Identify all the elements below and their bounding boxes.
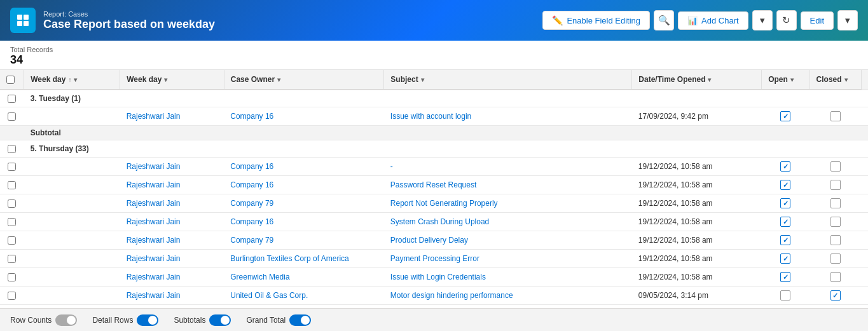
owner-link[interactable]: Rajeshwari Jain xyxy=(127,236,181,245)
row-checkbox[interactable] xyxy=(8,273,16,281)
row-checkbox[interactable] xyxy=(8,255,16,263)
col-header-account: Case Owner ▾ xyxy=(224,70,384,90)
closed-checkbox[interactable] xyxy=(830,272,841,282)
account-link[interactable]: Company 79 xyxy=(230,236,273,245)
subject-link[interactable]: Product Delivery Delay xyxy=(390,236,468,245)
row-checkbox-cell[interactable] xyxy=(0,213,24,231)
closed-filter-icon[interactable]: ▾ xyxy=(844,76,848,83)
account-link[interactable]: Company 16 xyxy=(230,180,273,189)
row-checkbox[interactable] xyxy=(8,181,16,189)
row-checkbox[interactable] xyxy=(8,163,16,171)
subject-link[interactable]: System Crash During Upload xyxy=(390,217,489,226)
subject-filter-icon[interactable]: ▾ xyxy=(421,76,424,83)
subject-link[interactable]: Motor design hindering performance xyxy=(390,291,513,300)
grand-total-toggle[interactable] xyxy=(289,314,311,326)
cell-closed xyxy=(809,287,862,305)
account-link[interactable]: Greenwich Media xyxy=(230,273,289,281)
row-checkbox-cell[interactable] xyxy=(0,194,24,213)
row-checkbox-cell[interactable] xyxy=(0,268,24,287)
row-checkbox[interactable] xyxy=(8,236,16,245)
closed-checkbox[interactable] xyxy=(830,111,841,121)
cell-open xyxy=(762,176,809,194)
row-checkbox-cell[interactable] xyxy=(0,158,24,176)
closed-checkbox[interactable] xyxy=(830,253,841,264)
filter-button[interactable]: ▾ xyxy=(752,10,773,30)
table-row: Rajeshwari Jain Company 16 - 19/12/2024,… xyxy=(0,158,868,176)
group-checkbox-cell[interactable] xyxy=(0,90,24,107)
more-actions-button[interactable]: ▾ xyxy=(837,10,858,30)
closed-checkbox[interactable] xyxy=(830,161,841,172)
datetime-filter-icon[interactable]: ▾ xyxy=(708,76,711,83)
account-link[interactable]: Company 16 xyxy=(230,217,273,226)
cell-open xyxy=(762,213,809,231)
open-checkbox[interactable] xyxy=(780,180,790,190)
account-filter-icon[interactable]: ▾ xyxy=(277,76,280,83)
row-checkbox[interactable] xyxy=(8,218,16,226)
group-checkbox[interactable] xyxy=(8,95,16,103)
edit-button[interactable]: Edit xyxy=(801,11,834,30)
select-all-checkbox[interactable] xyxy=(6,76,15,84)
subject-link[interactable]: Payment Processing Error xyxy=(390,254,479,263)
open-checkbox[interactable] xyxy=(780,161,790,172)
closed-checkbox[interactable] xyxy=(830,180,841,190)
group-checkbox-cell[interactable] xyxy=(0,140,24,158)
owner-link[interactable]: Rajeshwari Jain xyxy=(127,217,181,226)
table-row: Rajeshwari Jain Company 16 Issue with ac… xyxy=(0,107,868,126)
subject-link[interactable]: Issue with account login xyxy=(390,112,471,121)
owner-link[interactable]: Rajeshwari Jain xyxy=(127,162,181,171)
owner-link[interactable]: Rajeshwari Jain xyxy=(127,273,181,281)
closed-checkbox[interactable] xyxy=(830,217,841,227)
enable-field-editing-button[interactable]: ✏️ Enable Field Editing xyxy=(542,11,650,30)
row-counts-toggle[interactable] xyxy=(55,314,77,326)
subtotals-toggle[interactable] xyxy=(209,314,231,326)
account-link[interactable]: United Oil & Gas Corp. xyxy=(230,291,308,300)
row-checkbox[interactable] xyxy=(8,199,16,208)
grand-total-toggle-group: Grand Total xyxy=(246,314,311,326)
add-chart-button[interactable]: 📊 Add Chart xyxy=(678,11,748,30)
owner-link[interactable]: Rajeshwari Jain xyxy=(127,254,181,263)
row-checkbox-cell[interactable] xyxy=(0,176,24,194)
row-checkbox-cell[interactable] xyxy=(0,107,24,126)
open-checkbox[interactable] xyxy=(780,253,790,264)
table-row: Rajeshwari Jain Company 16 Password Rese… xyxy=(0,176,868,194)
closed-checkbox[interactable] xyxy=(830,290,841,301)
subtotals-toggle-group: Subtotals xyxy=(174,314,231,326)
subject-link[interactable]: Issue with Login Credentials xyxy=(390,273,486,281)
owner-link[interactable]: Rajeshwari Jain xyxy=(127,112,181,121)
account-link[interactable]: Burlington Textiles Corp of America xyxy=(230,254,349,263)
row-checkbox-cell[interactable] xyxy=(0,250,24,268)
owner-filter-icon[interactable]: ▾ xyxy=(164,76,167,83)
row-checkbox-cell[interactable] xyxy=(0,305,24,309)
closed-checkbox[interactable] xyxy=(830,235,841,245)
account-link[interactable]: Company 79 xyxy=(230,199,273,208)
row-checkbox[interactable] xyxy=(8,112,16,121)
group-checkbox[interactable] xyxy=(8,145,16,153)
row-checkbox-cell[interactable] xyxy=(0,287,24,305)
detail-rows-toggle[interactable] xyxy=(137,314,158,326)
account-link[interactable]: Company 16 xyxy=(230,162,273,171)
closed-checkbox[interactable] xyxy=(830,198,841,208)
weekday-sort-icon[interactable]: ↑ xyxy=(68,76,71,83)
weekday-filter-icon[interactable]: ▾ xyxy=(74,76,77,83)
open-checkbox[interactable] xyxy=(780,111,790,121)
table-row: Rajeshwari Jain United Oil & Gas Corp. M… xyxy=(0,287,868,305)
subject-link[interactable]: - xyxy=(390,162,393,171)
owner-link[interactable]: Rajeshwari Jain xyxy=(127,180,181,189)
open-filter-icon[interactable]: ▾ xyxy=(790,76,794,83)
row-checkbox-cell[interactable] xyxy=(0,231,24,250)
subject-link[interactable]: Password Reset Request xyxy=(390,180,476,189)
open-checkbox[interactable] xyxy=(780,217,790,227)
owner-link[interactable]: Rajeshwari Jain xyxy=(127,199,181,208)
cell-weekday xyxy=(24,158,120,176)
cell-owner: Rajeshwari Jain xyxy=(120,213,224,231)
row-checkbox[interactable] xyxy=(8,292,16,300)
search-button[interactable]: 🔍 xyxy=(654,10,674,30)
open-checkbox[interactable] xyxy=(780,198,790,208)
open-checkbox[interactable] xyxy=(780,272,790,282)
owner-link[interactable]: Rajeshwari Jain xyxy=(127,291,181,300)
refresh-button[interactable]: ↻ xyxy=(776,10,797,30)
open-checkbox[interactable] xyxy=(780,290,790,301)
open-checkbox[interactable] xyxy=(780,235,790,245)
subject-link[interactable]: Report Not Generating Properly xyxy=(390,199,498,208)
account-link[interactable]: Company 16 xyxy=(230,112,273,121)
